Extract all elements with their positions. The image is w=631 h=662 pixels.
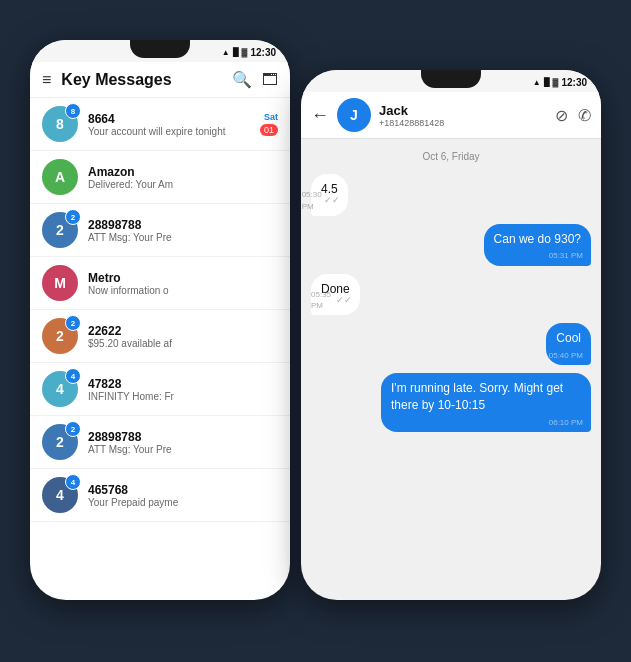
contact-name: Jack bbox=[379, 103, 547, 118]
list-item[interactable]: 2 2 28898788 ATT Msg: Your Pre bbox=[30, 416, 290, 469]
chat-screen: ▲ ▉ ▓ 12:30 ← J Jack +181428881428 ⊘ ✆ O… bbox=[301, 70, 601, 600]
unread-badge: 8 bbox=[65, 103, 81, 119]
unread-badge: 2 bbox=[65, 209, 81, 225]
block-button[interactable]: ⊘ bbox=[555, 106, 568, 125]
time-front: 12:30 bbox=[561, 77, 587, 88]
signal-icon-front: ▉ bbox=[544, 78, 550, 87]
notch bbox=[130, 40, 190, 58]
time-label: 05:40 PM bbox=[549, 350, 583, 361]
avatar: A bbox=[42, 159, 78, 195]
message-content: 8664 Your account will expire tonight bbox=[88, 112, 250, 137]
unread-badge: 2 bbox=[65, 421, 81, 437]
bubble-text: Can we do 930? bbox=[494, 232, 581, 246]
compose-button[interactable]: 🗔 bbox=[262, 71, 278, 89]
list-item[interactable]: 4 4 47828 INFINITY Home: Fr bbox=[30, 363, 290, 416]
avatar: 4 4 bbox=[42, 477, 78, 513]
avatar: 8 8 bbox=[42, 106, 78, 142]
message-preview: Delivered: Your Am bbox=[88, 179, 268, 190]
bubble-time: 05:30 PM ✓✓ bbox=[302, 189, 340, 211]
wifi-icon-front: ▲ bbox=[533, 78, 541, 87]
list-item[interactable]: 2 2 22622 $95.20 available af bbox=[30, 310, 290, 363]
battery-icon: ▓ bbox=[242, 48, 248, 57]
message-content: 465768 Your Prepaid payme bbox=[88, 483, 268, 508]
bubble-time: 05:40 PM bbox=[549, 350, 583, 361]
avatar-label: 2 bbox=[56, 328, 64, 344]
message-content: Metro Now information o bbox=[88, 271, 268, 296]
list-item[interactable]: M Metro Now information o bbox=[30, 257, 290, 310]
message-preview: Your account will expire tonight bbox=[88, 126, 250, 137]
time-back: 12:30 bbox=[250, 47, 276, 58]
bubble-text: Cool bbox=[556, 331, 581, 345]
signal-icon: ▉ bbox=[233, 48, 239, 57]
bubble-text: I'm running late. Sorry. Might get there… bbox=[391, 381, 563, 412]
message-preview: $95.20 available af bbox=[88, 338, 268, 349]
unread-count: 01 bbox=[260, 124, 278, 136]
message-preview: Your Prepaid payme bbox=[88, 497, 268, 508]
time-label: 05:31 PM bbox=[549, 250, 583, 261]
menu-button[interactable]: ≡ bbox=[42, 71, 51, 89]
messages-screen: ▲ ▉ ▓ 12:30 ≡ Key Messages 🔍 🗔 8 8 bbox=[30, 40, 290, 600]
unread-badge: 4 bbox=[65, 474, 81, 490]
contact-avatar: J bbox=[337, 98, 371, 132]
avatar: 2 2 bbox=[42, 318, 78, 354]
bubble-time: 05:31 PM bbox=[549, 250, 583, 261]
status-icons-front: ▲ ▉ ▓ 12:30 bbox=[533, 77, 587, 88]
sender-name: 28898788 bbox=[88, 218, 268, 232]
chat-bubble: I'm running late. Sorry. Might get there… bbox=[381, 373, 591, 432]
avatar: 4 4 bbox=[42, 371, 78, 407]
message-content: 28898788 ATT Msg: Your Pre bbox=[88, 430, 268, 455]
time-label: 05:30 PM bbox=[302, 189, 322, 211]
avatar-label: 2 bbox=[56, 434, 64, 450]
sender-name: Metro bbox=[88, 271, 268, 285]
list-item[interactable]: A Amazon Delivered: Your Am bbox=[30, 151, 290, 204]
date-divider: Oct 6, Friday bbox=[311, 147, 591, 166]
sender-name: Amazon bbox=[88, 165, 268, 179]
message-content: Amazon Delivered: Your Am bbox=[88, 165, 268, 190]
avatar-label: M bbox=[54, 275, 66, 291]
message-preview: Now information o bbox=[88, 285, 268, 296]
list-item[interactable]: 4 4 465768 Your Prepaid payme bbox=[30, 469, 290, 522]
time-label: 06:10 PM bbox=[549, 417, 583, 428]
message-row: Done 05:35 PM ✓✓ bbox=[311, 274, 591, 316]
search-button[interactable]: 🔍 bbox=[232, 70, 252, 89]
call-button[interactable]: ✆ bbox=[578, 106, 591, 125]
chat-bubble: Can we do 930? 05:31 PM bbox=[484, 224, 591, 266]
message-row: Can we do 930? 05:31 PM bbox=[311, 224, 591, 266]
message-meta: Sat 01 bbox=[260, 112, 278, 136]
avatar-label: J bbox=[350, 107, 358, 123]
battery-icon-front: ▓ bbox=[553, 78, 559, 87]
back-button[interactable]: ← bbox=[311, 105, 329, 126]
avatar-label: 8 bbox=[56, 116, 64, 132]
message-content: 28898788 ATT Msg: Your Pre bbox=[88, 218, 268, 243]
time-label: 05:35 PM bbox=[311, 289, 334, 311]
avatar-label: 2 bbox=[56, 222, 64, 238]
sender-name: 47828 bbox=[88, 377, 268, 391]
message-preview: ATT Msg: Your Pre bbox=[88, 444, 268, 455]
message-row: 4.5 05:30 PM ✓✓ bbox=[311, 174, 591, 216]
read-receipt-icon: ✓✓ bbox=[324, 194, 340, 207]
message-date: Sat bbox=[260, 112, 278, 122]
unread-badge: 2 bbox=[65, 315, 81, 331]
header-icons: 🔍 🗔 bbox=[232, 70, 278, 89]
sender-name: 465768 bbox=[88, 483, 268, 497]
avatar: 2 2 bbox=[42, 212, 78, 248]
unread-badge: 4 bbox=[65, 368, 81, 384]
messages-list: 8 8 8664 Your account will expire tonigh… bbox=[30, 98, 290, 522]
contact-info: Jack +181428881428 bbox=[379, 103, 547, 128]
sender-name: 8664 bbox=[88, 112, 250, 126]
front-phone: ▲ ▉ ▓ 12:30 ← J Jack +181428881428 ⊘ ✆ O… bbox=[301, 70, 601, 600]
contact-phone: +181428881428 bbox=[379, 118, 547, 128]
sender-name: 28898788 bbox=[88, 430, 268, 444]
avatar: 2 2 bbox=[42, 424, 78, 460]
list-item[interactable]: 2 2 28898788 ATT Msg: Your Pre bbox=[30, 204, 290, 257]
chat-action-buttons: ⊘ ✆ bbox=[555, 106, 591, 125]
notch bbox=[421, 70, 481, 88]
chat-bubble: Cool 05:40 PM bbox=[546, 323, 591, 365]
list-item[interactable]: 8 8 8664 Your account will expire tonigh… bbox=[30, 98, 290, 151]
bubble-time: 05:35 PM ✓✓ bbox=[311, 289, 352, 311]
back-phone: ▲ ▉ ▓ 12:30 ≡ Key Messages 🔍 🗔 8 8 bbox=[30, 40, 290, 600]
chat-bubble: Done 05:35 PM ✓✓ bbox=[311, 274, 360, 316]
messages-header: ≡ Key Messages 🔍 🗔 bbox=[30, 62, 290, 98]
chat-body: Oct 6, Friday 4.5 05:30 PM ✓✓ Can we do … bbox=[301, 139, 601, 589]
message-row: I'm running late. Sorry. Might get there… bbox=[311, 373, 591, 432]
